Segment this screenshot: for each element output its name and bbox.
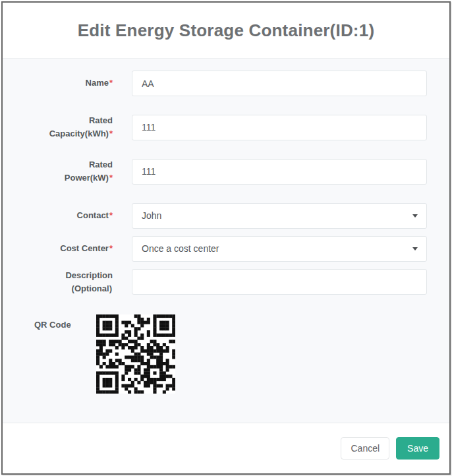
- dialog-footer: Cancel Save: [3, 423, 449, 473]
- name-input[interactable]: [132, 71, 427, 96]
- form-row-cost-center: Cost Center* Once a cost center: [3, 236, 427, 262]
- qr-code-container: [96, 314, 175, 394]
- dialog-header: Edit Energy Storage Container(ID:1): [3, 3, 449, 59]
- form-row-rated-power: Rated Power(kW)*: [3, 158, 427, 185]
- form-row-rated-capacity: Rated Capacity(kWh)*: [3, 114, 427, 140]
- form-row-qr-code: QR Code: [3, 314, 427, 394]
- contact-select[interactable]: John: [132, 203, 427, 229]
- contact-selected-value: John: [142, 210, 161, 221]
- save-button[interactable]: Save: [396, 437, 439, 460]
- rated-power-label: Rated Power(kW)*: [3, 158, 132, 185]
- dialog-body: Name* Rated Capacity(kWh)* Rated Power(k…: [3, 59, 449, 423]
- cancel-button[interactable]: Cancel: [341, 437, 389, 460]
- qr-code-label: QR Code: [3, 314, 96, 330]
- form-row-contact: Contact* John: [3, 203, 427, 229]
- cost-center-selected-value: Once a cost center: [142, 243, 219, 254]
- edit-energy-storage-container-dialog: Edit Energy Storage Container(ID:1) Name…: [1, 1, 451, 475]
- rated-power-input[interactable]: [132, 159, 427, 185]
- form-row-name: Name*: [3, 71, 427, 96]
- cost-center-select[interactable]: Once a cost center: [132, 236, 427, 262]
- required-asterisk: *: [109, 78, 113, 88]
- caret-down-icon: [412, 214, 418, 218]
- rated-capacity-label: Rated Capacity(kWh)*: [3, 114, 132, 140]
- required-asterisk: *: [109, 173, 113, 183]
- rated-capacity-input[interactable]: [132, 115, 427, 140]
- contact-label: Contact*: [3, 209, 132, 222]
- description-input[interactable]: [132, 269, 427, 295]
- required-asterisk: *: [109, 210, 113, 220]
- description-label: Description (Optional): [3, 269, 132, 295]
- caret-down-icon: [412, 247, 418, 251]
- cost-center-label: Cost Center*: [3, 242, 132, 255]
- form-row-description: Description (Optional): [3, 269, 427, 295]
- qr-code-image: [96, 314, 175, 394]
- required-asterisk: *: [109, 243, 113, 253]
- required-asterisk: *: [109, 129, 113, 138]
- name-label: Name*: [3, 76, 132, 90]
- dialog-title: Edit Energy Storage Container(ID:1): [78, 20, 375, 41]
